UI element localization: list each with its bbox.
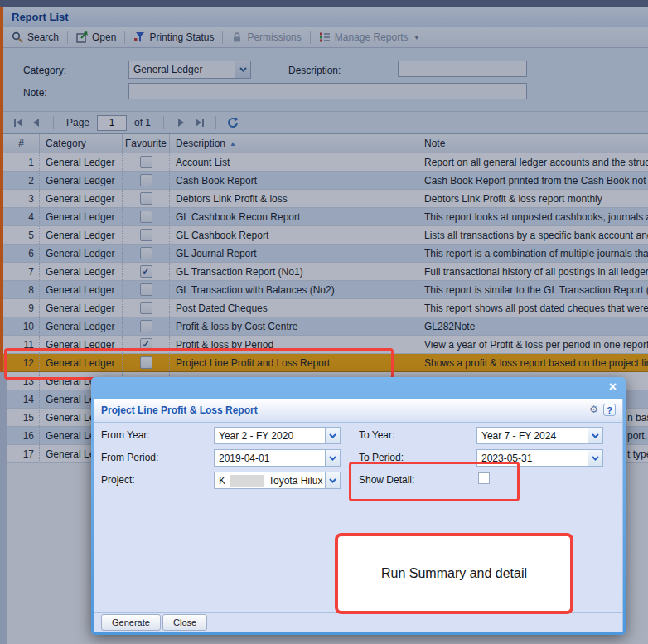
chevron-down-icon[interactable] [325,450,340,466]
help-icon[interactable]: ? [603,404,616,416]
to-year-label: To Year: [359,429,394,441]
redacted-text [230,475,264,487]
close-icon[interactable]: × [609,380,617,394]
chevron-down-icon[interactable] [325,472,340,488]
chevron-down-icon[interactable] [588,450,602,466]
show-detail-annotation [349,462,520,501]
project-select[interactable]: K Toyota Hilux - U [214,472,341,489]
from-year-label: From Year: [101,429,150,441]
from-period-label: From Period: [101,452,158,463]
row12-highlight-annotation [4,348,394,380]
gear-icon[interactable]: ⚙ [589,404,598,416]
run-summary-text: Run Summary and detail [381,566,527,581]
dialog-header: Project Line Profit & Loss Report ⚙ ? [94,399,622,423]
chevron-down-icon[interactable] [588,428,602,443]
generate-button[interactable]: Generate [101,614,161,631]
run-summary-callout: Run Summary and detail [335,533,573,614]
from-period-select[interactable]: 2019-04-01 [214,449,341,467]
to-year-select[interactable]: Year 7 - FY 2024 [476,427,603,444]
close-button[interactable]: Close [162,614,207,631]
dialog-title: Project Line Profit & Loss Report [101,404,258,416]
screen: Report List SearchOpenPrinting StatusPer… [0,0,648,644]
from-year-select[interactable]: Year 2 - FY 2020 [214,427,341,444]
chevron-down-icon[interactable] [325,428,340,443]
dialog-footer: Generate Close [94,612,622,632]
project-label: Project: [101,474,135,486]
